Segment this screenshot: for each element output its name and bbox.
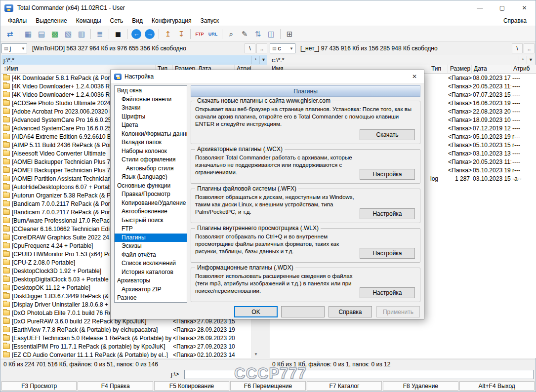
tree-item[interactable]: Плагины	[115, 234, 187, 242]
select-files-button[interactable]: *	[251, 56, 259, 64]
right-root-button[interactable]: \	[512, 43, 523, 53]
column-header[interactable]: Размер	[448, 65, 472, 74]
tree-item[interactable]: Копирование/Удаление	[115, 199, 187, 208]
tree-item[interactable]: История каталогов	[115, 268, 187, 277]
menu-item[interactable]: Сеть	[106, 15, 128, 26]
directory-tree-icon[interactable]: ≣	[93, 28, 106, 40]
search-icon[interactable]: ⌕	[225, 28, 238, 40]
tree-item[interactable]: Основные функции	[115, 182, 187, 191]
tree-item[interactable]: Колонки/Форматы данных	[115, 130, 187, 139]
menu-item[interactable]: Выделение	[31, 15, 72, 26]
tree-item[interactable]: Цвета	[115, 121, 187, 130]
plugin-sections: Скачать новые плагины с сайта www.ghisle…	[191, 101, 420, 302]
tree-item[interactable]: Список исключений	[115, 259, 187, 268]
tree-item[interactable]: Эскизы	[115, 242, 187, 251]
cancel-button[interactable]	[281, 306, 325, 317]
column-header[interactable]: Тип	[429, 65, 448, 74]
tree-item[interactable]: Шрифты	[115, 113, 187, 121]
sync-dirs-icon[interactable]: ⇅	[251, 28, 264, 40]
section-button[interactable]: Настройка	[360, 208, 415, 219]
tree-item[interactable]: Наборы колонок	[115, 147, 187, 156]
menu-item[interactable]: Команды	[72, 15, 106, 26]
ftp-connect-icon[interactable]: FTP	[193, 28, 206, 40]
file-row[interactable]: [EarthView 7.7.8 RePack (& Portable) by …	[1, 325, 251, 334]
section-button[interactable]: Скачать	[360, 129, 415, 140]
minimize-button[interactable]: —	[469, 0, 491, 15]
section-button[interactable]: Настройка	[360, 169, 415, 180]
history-dropdown-icon[interactable]: ▼	[259, 56, 267, 64]
full-view-icon[interactable]: ▤	[35, 28, 48, 40]
left-path-bar[interactable]: j:\*.* * ▼	[1, 55, 267, 65]
tree-item[interactable]: FTP	[115, 225, 187, 234]
left-root-button[interactable]: \	[245, 43, 255, 53]
right-parent-button[interactable]: ..	[524, 43, 535, 53]
tree-item[interactable]: Стили оформления	[115, 156, 187, 164]
menu-item[interactable]: Файлы	[3, 15, 31, 26]
select-files-button[interactable]: *	[519, 56, 527, 64]
scroll-down-icon[interactable]: ▼	[252, 350, 260, 358]
left-parent-button[interactable]: ..	[256, 43, 267, 53]
close-button[interactable]: ✕	[513, 0, 536, 15]
left-drive-select[interactable]: ▤ j ▼	[1, 43, 27, 53]
brief-view-icon[interactable]: ▦	[22, 28, 35, 40]
dos-prompt-icon[interactable]: ◼	[112, 28, 124, 40]
tree-item[interactable]: Правка/Просмотр	[115, 190, 187, 199]
swap-panels-icon[interactable]: ⇄	[3, 28, 16, 40]
file-date: 05.10.2023 15:12	[472, 142, 511, 149]
tree-item[interactable]: Вкладки папок	[115, 138, 187, 147]
pack-files-icon[interactable]: ↥	[162, 28, 174, 40]
tree-item[interactable]: Значки	[115, 104, 187, 113]
function-key-button[interactable]: F8 Удаление	[383, 381, 458, 391]
file-name: [EasyUEFI Technician 5.0 Release 1 RePac…	[10, 335, 173, 342]
right-drive-select[interactable]: ▤ c ▼	[270, 43, 295, 53]
file-date: 05.10.2023 19:40	[472, 133, 511, 140]
file-size: <Папка>	[173, 326, 196, 333]
back-icon[interactable]: ←	[131, 29, 141, 39]
multi-rename-icon[interactable]: ✎	[238, 28, 251, 40]
tree-item[interactable]: Вид окна	[115, 86, 187, 95]
dialog-close-icon[interactable]: ✕	[405, 70, 424, 83]
function-key-button[interactable]: F7 Каталог	[307, 381, 382, 391]
ftp-url-icon[interactable]: URL	[206, 28, 219, 40]
function-key-button[interactable]: Alt+F4 Выход	[459, 381, 535, 391]
right-path-bar[interactable]: c:\*.* * ▼	[270, 55, 535, 65]
tree-item[interactable]: Файл отчёта	[115, 251, 187, 260]
menu-item[interactable]: Конфигурация	[147, 15, 196, 26]
quick-view-icon[interactable]: ▥	[75, 28, 88, 40]
calculator-icon[interactable]: ⊞	[283, 28, 296, 40]
tree-item[interactable]: Архиватор ZIP	[115, 285, 187, 294]
tree-item[interactable]: Быстрый поиск	[115, 216, 187, 225]
section-text: Позволяют обращаться к дискам, недоступн…	[191, 189, 359, 216]
function-key-button[interactable]: F3 Просмотр	[1, 381, 77, 391]
file-row[interactable]: [EasyUEFI Technician 5.0 Release 1 RePac…	[1, 334, 251, 342]
apply-button[interactable]: Применить	[376, 306, 420, 317]
title-bar: Total Commander (x64) 11.02RC1 - User — …	[0, 0, 536, 15]
tree-panel-icon[interactable]: ▧	[62, 28, 75, 40]
tree-item[interactable]: Автообновление	[115, 207, 187, 216]
compare-icon[interactable]: ◫	[265, 28, 278, 40]
folder-icon	[3, 184, 10, 190]
help-button[interactable]: Справка	[329, 306, 372, 317]
column-header[interactable]: Дата	[472, 65, 511, 74]
tree-item[interactable]: Архиваторы	[115, 276, 187, 285]
section-button[interactable]: Настройка	[360, 248, 415, 259]
tree-item[interactable]: Файловые панели	[115, 95, 187, 104]
section-button[interactable]: Настройка	[360, 287, 415, 298]
tree-item[interactable]: Язык (Language)	[115, 173, 187, 182]
unpack-files-icon[interactable]: ↧	[175, 28, 188, 40]
tree-item[interactable]: Автовыбор стиля	[115, 164, 187, 173]
file-row[interactable]: [EZ CD Audio Converter 11.1.1 RePack (& …	[1, 351, 251, 358]
history-dropdown-icon[interactable]: ▼	[527, 56, 535, 64]
menu-item-help[interactable]: Справка	[497, 15, 533, 26]
menu-item[interactable]: Вид	[127, 15, 147, 26]
ok-button[interactable]: OK	[234, 306, 278, 317]
function-key-button[interactable]: F5 Копирование	[154, 381, 229, 391]
function-key-button[interactable]: F4 Правка	[78, 381, 153, 391]
menu-item[interactable]: Запуск	[196, 15, 224, 26]
thumbnails-view-icon[interactable]: ▩	[48, 28, 61, 40]
forward-icon[interactable]: →	[145, 29, 155, 39]
maximize-button[interactable]: ▢	[491, 0, 513, 15]
column-header[interactable]: Атриб	[511, 65, 536, 74]
tree-item[interactable]: Разное	[115, 294, 187, 303]
file-row[interactable]: [EssentialPIM Pro 11.7.1 RePack (& porta…	[1, 342, 251, 351]
